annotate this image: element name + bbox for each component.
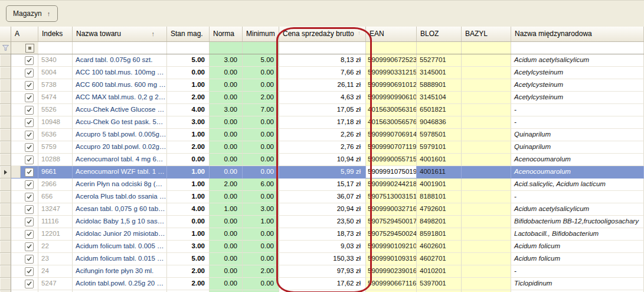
- international-name-cell[interactable]: Acid.salicylic, Acidum lacticum: [511, 179, 644, 191]
- column-header-cena-sprzedazy-brutto[interactable]: Cena sprzedaży brutto ↑: [279, 27, 366, 41]
- table-row[interactable]: 12201Acidolac Junior 20 misiotabl.a...1.…: [0, 228, 644, 241]
- minimum-cell[interactable]: 0.00: [243, 278, 279, 290]
- ean-cell[interactable]: 5909990109319: [366, 253, 417, 265]
- international-name-cell[interactable]: -: [511, 265, 644, 278]
- product-name-cell[interactable]: Acard tabl. 0.075g 60 szt.: [73, 54, 167, 67]
- row-checkbox[interactable]: [25, 218, 34, 226]
- norm-cell[interactable]: 0.00: [210, 278, 243, 290]
- product-name-cell[interactable]: Acenocumarol WZF tabl. 1 m...: [73, 166, 167, 179]
- product-name-cell[interactable]: Acifungin forte płyn 30 ml.: [73, 265, 167, 278]
- gross-price-cell[interactable]: 5,99 zł: [279, 166, 366, 179]
- group-by-magazyn-button[interactable]: Magazyn ↑: [6, 5, 58, 22]
- bloz-cell[interactable]: 4602701: [417, 253, 462, 265]
- row-indicator[interactable]: [0, 228, 11, 241]
- row-indicator[interactable]: [0, 265, 11, 278]
- norm-cell[interactable]: 0.00: [210, 92, 243, 104]
- gross-price-cell[interactable]: 18,73 zł: [279, 228, 366, 241]
- row-indicator[interactable]: [0, 166, 11, 179]
- column-header-stan-mag[interactable]: Stan mag.: [167, 27, 210, 41]
- index-cell[interactable]: 656: [38, 191, 73, 203]
- row-indicator[interactable]: [0, 241, 11, 253]
- row-select-cell[interactable]: [11, 228, 38, 241]
- row-select-cell[interactable]: [11, 241, 38, 253]
- bazyl-cell[interactable]: [462, 141, 511, 154]
- international-name-cell[interactable]: Acidum folicum: [511, 253, 644, 265]
- gross-price-cell[interactable]: 2,26 zł: [279, 129, 366, 141]
- minimum-cell[interactable]: 7.00: [243, 104, 279, 116]
- stock-cell[interactable]: 2.00: [167, 141, 210, 154]
- table-row[interactable]: 22Acidum folicum tabl. 0.005 g ...3.000.…: [0, 241, 644, 253]
- international-name-cell[interactable]: Acenocoumarolum: [511, 166, 644, 179]
- bloz-cell[interactable]: 5888901: [417, 79, 462, 92]
- gross-price-cell[interactable]: 9,03 zł: [279, 241, 366, 253]
- gross-price-cell[interactable]: 97,93 zł: [279, 265, 366, 278]
- row-select-cell[interactable]: [11, 265, 38, 278]
- ean-cell[interactable]: 5907513003151: [366, 191, 417, 203]
- bloz-cell[interactable]: 8498201: [417, 216, 462, 228]
- filter-cell-ean[interactable]: [366, 42, 417, 54]
- index-cell[interactable]: 23: [38, 253, 73, 265]
- bloz-cell[interactable]: 5397001: [417, 278, 462, 290]
- minimum-cell[interactable]: 0.00: [243, 67, 279, 79]
- row-checkbox[interactable]: [25, 93, 34, 102]
- row-select-cell[interactable]: [11, 104, 38, 116]
- row-checkbox[interactable]: [25, 205, 34, 214]
- minimum-cell[interactable]: 0.00: [243, 253, 279, 265]
- norm-cell[interactable]: 2.00: [210, 179, 243, 191]
- product-name-cell[interactable]: ACC 600 tabl.mus. 600 mg 1...: [73, 79, 167, 92]
- table-row[interactable]: 5340Acard tabl. 0.075g 60 szt.5.003.005.…: [0, 54, 644, 67]
- column-header-indeks[interactable]: Indeks: [38, 27, 73, 41]
- row-indicator[interactable]: [0, 116, 11, 129]
- ean-cell[interactable]: 5909991075019: [366, 166, 417, 179]
- bloz-cell[interactable]: 9046836: [417, 116, 462, 129]
- international-name-cell[interactable]: Acidum acetylsalicylicum: [511, 203, 644, 216]
- bazyl-cell[interactable]: [462, 116, 511, 129]
- bloz-cell[interactable]: 4001611: [417, 166, 462, 179]
- bloz-cell[interactable]: 4001901: [417, 179, 462, 191]
- column-header-ean[interactable]: EAN: [366, 27, 417, 41]
- table-row[interactable]: 5474ACC MAX tabl.mus. 0,2 g 20 ...2.000.…: [0, 92, 644, 104]
- row-checkbox[interactable]: [25, 143, 34, 152]
- bloz-cell[interactable]: 3145001: [417, 67, 462, 79]
- index-cell[interactable]: 5738: [38, 79, 73, 92]
- gross-price-cell[interactable]: 26,11 zł: [279, 79, 366, 92]
- index-cell[interactable]: 5340: [38, 54, 73, 67]
- table-row[interactable]: 5247Aclotin tabl.powl. 0.25g 20 szt.2.00…: [0, 278, 644, 290]
- product-name-cell[interactable]: ACC MAX tabl.mus. 0,2 g 20 ...: [73, 92, 167, 104]
- ean-cell[interactable]: 5909990691012: [366, 79, 417, 92]
- stock-cell[interactable]: 2.00: [167, 265, 210, 278]
- filter-cell-stan-mag[interactable]: [167, 42, 210, 54]
- stock-cell[interactable]: 1.00: [167, 228, 210, 241]
- index-cell[interactable]: 5247: [38, 278, 73, 290]
- product-name-cell[interactable]: Acerin Płyn na odciski 8g (GN): [73, 179, 167, 191]
- minimum-cell[interactable]: 0.00: [243, 116, 279, 129]
- norm-cell[interactable]: 0.00: [210, 141, 243, 154]
- index-cell[interactable]: 24: [38, 265, 73, 278]
- bloz-cell[interactable]: 5978501: [417, 129, 462, 141]
- bazyl-cell[interactable]: [462, 67, 511, 79]
- gross-price-cell[interactable]: 23,50 zł: [279, 216, 366, 228]
- bazyl-cell[interactable]: [462, 129, 511, 141]
- bazyl-cell[interactable]: [462, 54, 511, 67]
- minimum-cell[interactable]: 1.00: [243, 216, 279, 228]
- table-row[interactable]: 10288Acenocumarol tabl. 4 mg 60 t...0.00…: [0, 154, 644, 166]
- row-checkbox[interactable]: [25, 255, 34, 264]
- filter-cell-nazwa-towaru[interactable]: [73, 42, 167, 54]
- bloz-cell[interactable]: 5527701: [417, 54, 462, 67]
- stock-cell[interactable]: 0.00: [167, 154, 210, 166]
- gross-price-cell[interactable]: 17,62 zł: [279, 278, 366, 290]
- product-name-cell[interactable]: Aclotin tabl.powl. 0.25g 20 szt.: [73, 278, 167, 290]
- row-checkbox[interactable]: [25, 267, 34, 276]
- bloz-cell[interactable]: 4602601: [417, 241, 462, 253]
- gross-price-cell[interactable]: 17,18 zł: [279, 116, 366, 129]
- column-header-bloz[interactable]: BLOZ: [417, 27, 462, 41]
- minimum-cell[interactable]: 6.00: [243, 179, 279, 191]
- row-checkbox[interactable]: [25, 106, 34, 115]
- ean-cell[interactable]: 5907529450024: [366, 228, 417, 241]
- stock-cell[interactable]: 3.00: [167, 241, 210, 253]
- filter-cell-minimum[interactable]: [243, 42, 279, 54]
- bazyl-cell[interactable]: [462, 179, 511, 191]
- row-indicator[interactable]: [0, 104, 11, 116]
- gross-price-cell[interactable]: 20,94 zł: [279, 203, 366, 216]
- bazyl-cell[interactable]: [462, 154, 511, 166]
